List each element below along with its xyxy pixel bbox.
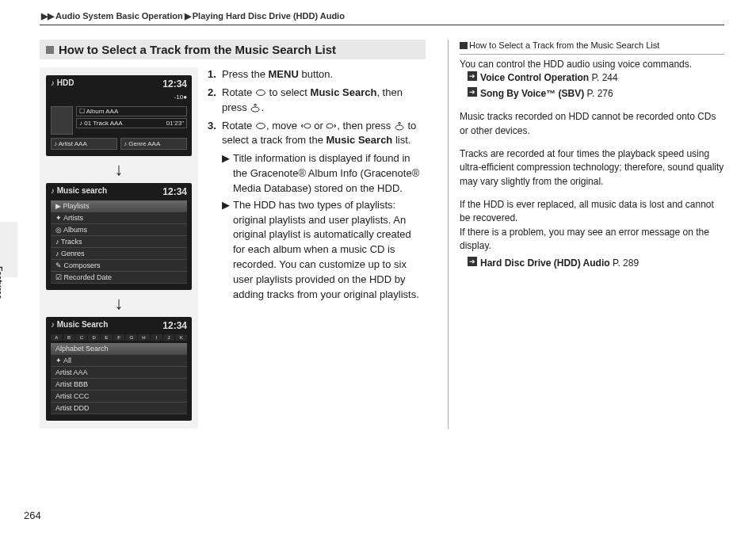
screen1-album: Album AAA	[86, 108, 118, 115]
sub-point-2: ▶ The HDD has two types of playlists: or…	[222, 198, 426, 303]
link-arrow-icon: ➔	[468, 257, 477, 266]
cross-ref: ➔ Song By Voice™ (SBV) P. 276	[468, 87, 724, 101]
list-item: ✦ Artists	[51, 212, 187, 224]
page: ▶▶Audio System Basic Operation▶Playing H…	[0, 0, 756, 444]
side-p4b: If there is a problem, you may see an er…	[460, 226, 724, 254]
side-p1: You can control the HDD audio using voic…	[460, 58, 724, 71]
side-p2: Music tracks recorded on HDD cannot be r…	[460, 110, 724, 138]
list-item: ✦ All	[51, 355, 187, 367]
arrow-down-icon: ↓	[115, 293, 124, 314]
page-number: 264	[24, 509, 41, 521]
music-search-menu-screen: ♪ Music search 12:34 ▶ Playlists ✦ Artis…	[46, 183, 192, 290]
list-item: Artist CCC	[51, 391, 187, 402]
instructions: 1. Press the MENU button. 2. Rotate to s…	[208, 67, 426, 429]
side-p4a: If the HDD is ever replaced, all music d…	[460, 198, 724, 226]
svg-point-2	[256, 123, 265, 128]
info-box-icon	[460, 42, 468, 49]
list-item: ✎ Composers	[51, 260, 187, 272]
breadcrumb-a: Audio System Basic Operation	[55, 11, 183, 21]
breadcrumb-b: Playing Hard Disc Drive (HDD) Audio	[193, 11, 345, 21]
screen1-artist: Artist AAA	[59, 140, 87, 147]
step-2: 2. Rotate to select Music Search, then p…	[208, 86, 426, 116]
triangle-bullet-icon: ▶	[222, 151, 233, 196]
breadcrumb: ▶▶Audio System Basic Operation▶Playing H…	[40, 11, 724, 21]
move-left-icon	[300, 120, 311, 130]
svg-point-5	[395, 125, 403, 130]
push-dial-icon	[250, 102, 261, 112]
rotate-dial-icon	[255, 120, 266, 130]
screen1-time: 12:34	[162, 78, 187, 90]
screen2-time: 12:34	[162, 186, 187, 197]
svg-point-0	[256, 90, 265, 95]
svg-point-1	[251, 107, 259, 112]
screen3-time: 12:34	[162, 320, 187, 331]
triangle-bullet-icon: ▶	[222, 198, 233, 303]
content: How to Select a Track from the Music Sea…	[40, 40, 724, 429]
arrow-down-icon: ↓	[115, 159, 124, 180]
screen1-title: HDD	[57, 78, 74, 87]
square-bullet-icon	[46, 46, 54, 54]
alpha-row: ABCDEFGHIJK	[51, 334, 187, 341]
side-tab: Features	[0, 222, 17, 277]
list-item: ♪ Tracks	[51, 236, 187, 248]
album-art-placeholder	[51, 106, 73, 135]
chevron-icon: ▶▶	[41, 11, 54, 21]
list-item: ☑ Recorded Date	[51, 272, 187, 284]
music-search-list-screen: ♪ Music Search 12:34 ABCDEFGHIJK Alphabe…	[46, 317, 192, 421]
link-arrow-icon: ➔	[468, 87, 477, 97]
list-item: Alphabet Search	[51, 343, 187, 355]
step-3: 3. Rotate , move or , then press to sele…	[208, 119, 426, 149]
move-right-icon	[326, 120, 337, 130]
cross-ref: ➔ Voice Control Operation P. 244	[468, 71, 724, 85]
list-item: ◎ Albums	[51, 224, 187, 236]
hdd-screen: ♪ HDD 12:34 -10 ● ☐ Album AAA ♪ 01 Track…	[46, 75, 192, 156]
list-item: Artist DDD	[51, 402, 187, 414]
screenshot-stack: ♪ HDD 12:34 -10 ● ☐ Album AAA ♪ 01 Track…	[40, 67, 198, 429]
list-item: ▶ Playlists	[51, 200, 187, 212]
list-item: Artist AAA	[51, 367, 187, 379]
chevron-icon: ▶	[185, 11, 191, 21]
rotate-dial-icon	[255, 87, 266, 97]
side-tab-label: Features	[0, 266, 3, 299]
side-title: How to Select a Track from the Music Sea…	[460, 40, 724, 55]
side-column: How to Select a Track from the Music Sea…	[448, 40, 724, 429]
list-item: ♪ Genres	[51, 248, 187, 260]
screen2-title: Music search	[57, 186, 107, 195]
svg-point-3	[304, 124, 311, 128]
cross-ref: ➔ Hard Disc Drive (HDD) Audio P. 289	[468, 257, 724, 270]
step-1: 1. Press the MENU button.	[208, 67, 426, 82]
list-item: Artist BBB	[51, 379, 187, 391]
screen3-title: Music Search	[57, 320, 108, 329]
section-title-text: How to Select a Track from the Music Sea…	[59, 43, 336, 56]
sub-point-1: ▶ Title information is displayed if foun…	[222, 151, 426, 196]
section-title: How to Select a Track from the Music Sea…	[40, 40, 426, 59]
main-body: ♪ HDD 12:34 -10 ● ☐ Album AAA ♪ 01 Track…	[40, 67, 426, 429]
side-p3: Tracks are recorded at four times the pl…	[460, 147, 724, 189]
push-dial-icon	[394, 120, 405, 130]
divider	[40, 25, 724, 25]
screen1-sub: -10	[174, 93, 184, 101]
screen1-dur: 01'23"	[166, 120, 184, 127]
screen1-track: 01 Track AAA	[84, 120, 122, 127]
main-column: How to Select a Track from the Music Sea…	[40, 40, 426, 429]
link-arrow-icon: ➔	[468, 71, 477, 81]
svg-point-4	[326, 124, 333, 128]
screen1-genre: Genre AAA	[128, 140, 160, 147]
